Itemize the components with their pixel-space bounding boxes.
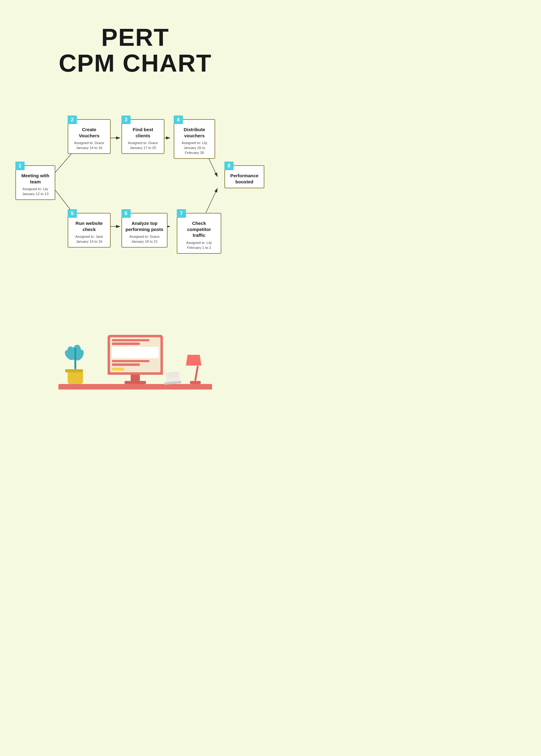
- lamp-base: [190, 381, 201, 384]
- book: [165, 371, 181, 384]
- node-6-sub: Assigned to: GraceJanuary 18 to 21: [125, 234, 164, 244]
- node-4-sub: Assigned to: LilyJanuary 26 toFebruary 2…: [177, 140, 212, 155]
- screen-bar-2: [112, 343, 140, 345]
- node-5-title: Run websitecheck: [71, 220, 107, 232]
- node-7: 7 Check competitortraffic Assigned to: L…: [177, 213, 221, 254]
- desk-surface: [58, 384, 212, 389]
- monitor-stand: [131, 375, 140, 381]
- node-8-number: 8: [225, 161, 234, 170]
- node-5: 5 Run websitecheck Assigned to: JackJanu…: [68, 213, 111, 248]
- book-page: [166, 372, 180, 382]
- illustration: [6, 310, 265, 389]
- node-4-title: Distributevouchers: [177, 126, 212, 138]
- monitor: [108, 335, 163, 375]
- lamp: [186, 355, 201, 384]
- book-line-2: [167, 374, 178, 376]
- node-2-number: 2: [68, 116, 77, 124]
- node-1: 1 Meeting withteam Assigned to: LilyJanu…: [15, 165, 55, 200]
- plant-pot-top: [65, 369, 83, 372]
- monitor-wrap: [108, 335, 163, 384]
- node-2-title: Create Vouchers: [71, 126, 107, 138]
- screen-white-box: [112, 347, 159, 358]
- monitor-screen: [110, 337, 161, 372]
- plant-leaves: [65, 345, 86, 369]
- node-1-title: Meeting withteam: [19, 173, 52, 185]
- node-6-title: Analyze topperforming posts: [125, 220, 164, 232]
- leaf-center: [74, 348, 76, 369]
- node-5-sub: Assigned to: JackJanuary 14 to 16: [71, 234, 107, 244]
- node-7-sub: Assigned to: LilyFebruary 1 to 2: [181, 240, 218, 250]
- screen-button: [112, 368, 124, 371]
- node-3-number: 3: [121, 116, 131, 124]
- node-6: 6 Analyze topperforming posts Assigned t…: [121, 213, 168, 248]
- screen-bar-4: [112, 364, 140, 366]
- node-7-title: Check competitortraffic: [181, 220, 218, 238]
- lamp-shade: [186, 355, 201, 366]
- node-4: 4 Distributevouchers Assigned to: LilyJa…: [174, 119, 215, 159]
- node-3-sub: Assigned to: GraceJanuary 17 to 25: [125, 140, 161, 150]
- page: PERT CPM CHART: [0, 0, 270, 389]
- screen-bar-3: [112, 360, 149, 362]
- page-title: PERT CPM CHART: [6, 25, 265, 76]
- node-2: 2 Create Vouchers Assigned to: GraceJanu…: [68, 119, 111, 154]
- title-section: PERT CPM CHART: [6, 12, 265, 95]
- node-1-number: 1: [15, 161, 25, 170]
- screen-bar-1: [112, 339, 149, 341]
- node-6-number: 6: [121, 209, 131, 218]
- node-2-sub: Assigned to: GraceJanuary 14 to 16: [71, 140, 107, 150]
- node-4-number: 4: [174, 116, 183, 124]
- node-3-title: Find best clients: [125, 126, 161, 138]
- node-3: 3 Find best clients Assigned to: GraceJa…: [121, 119, 165, 154]
- node-5-number: 5: [68, 209, 77, 218]
- plant-pot: [68, 372, 83, 384]
- book-line-3: [167, 376, 179, 378]
- node-8: 8 Performanceboosted: [225, 165, 265, 188]
- book-line-1: [167, 372, 178, 373]
- node-7-number: 7: [177, 209, 186, 218]
- plant: [65, 345, 86, 384]
- chart-area: 1 Meeting withteam Assigned to: LilyJanu…: [6, 95, 265, 285]
- node-8-title: Performanceboosted: [228, 173, 261, 185]
- lamp-neck: [194, 366, 199, 381]
- monitor-base: [125, 381, 146, 384]
- node-1-sub: Assigned to: LilyJanuary 12 to 13: [19, 186, 52, 196]
